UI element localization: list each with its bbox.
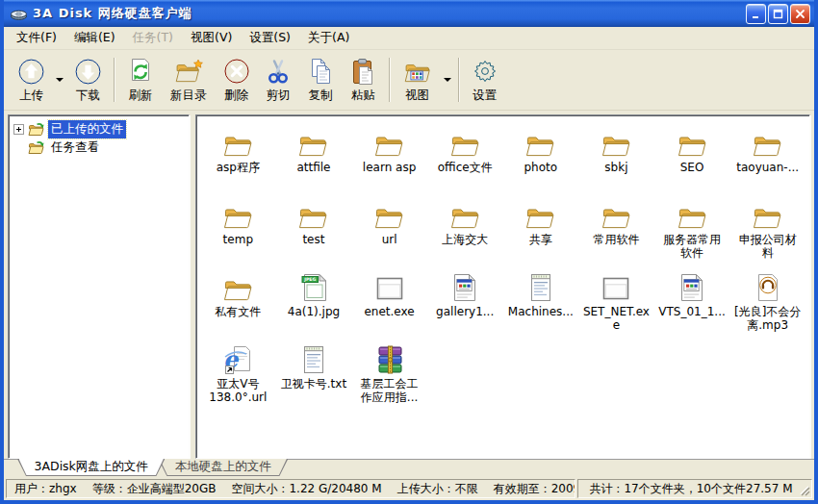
- file-item[interactable]: e 亚太V号 138.0°.url: [200, 340, 276, 412]
- upload-button[interactable]: 上传: [10, 54, 53, 107]
- download-button[interactable]: 下载: [66, 54, 110, 107]
- toolbar-icon: [128, 57, 153, 87]
- cut-button[interactable]: 剪切: [258, 54, 299, 107]
- menu-edit[interactable]: 编辑(E): [65, 27, 124, 49]
- file-item[interactable]: 上海交大: [427, 195, 503, 267]
- file-item[interactable]: 基层工会工作应用指...: [351, 340, 427, 412]
- titlebar[interactable]: 3A Disk 网络硬盘客户端: [4, 0, 814, 27]
- toolbar-icon: [75, 57, 101, 87]
- dropdown-caret-icon[interactable]: [444, 78, 451, 82]
- settings-button[interactable]: 设置: [464, 54, 506, 107]
- toolbar: 上传 下载 刷新 新目录: [4, 50, 814, 111]
- refresh-button[interactable]: 刷新: [119, 54, 162, 107]
- file-item[interactable]: gallery1...: [427, 267, 503, 340]
- file-list-panel[interactable]: asp程序 attfile learn asp office文件 photo: [195, 114, 810, 459]
- file-icon: [297, 123, 329, 159]
- file-item[interactable]: 申报公司材料: [729, 195, 805, 267]
- file-item[interactable]: VTS_01_1...: [654, 267, 730, 340]
- paste-button[interactable]: 粘贴: [343, 54, 385, 107]
- file-item[interactable]: 服务器常用软件: [654, 195, 730, 267]
- tree-item-task-view[interactable]: 任务查看: [11, 139, 187, 157]
- file-item[interactable]: test: [276, 195, 352, 267]
- file-item[interactable]: SET_NET.exe: [578, 267, 654, 340]
- file-item[interactable]: 常用软件: [578, 195, 654, 267]
- file-item[interactable]: attfile: [276, 123, 352, 195]
- file-item[interactable]: photo: [503, 123, 579, 195]
- status-total: 共计：17个文件夹，10个文件27.57 M: [589, 481, 792, 497]
- file-item[interactable]: sbkj: [578, 123, 654, 195]
- file-name: 亚太V号 138.0°.url: [204, 378, 271, 405]
- file-name: 共享: [529, 234, 552, 247]
- toolbar-group: 刷新: [119, 54, 162, 107]
- close-button[interactable]: [790, 4, 810, 24]
- file-name: learn asp: [363, 162, 416, 175]
- file-item[interactable]: temp: [200, 195, 276, 267]
- file-name: photo: [524, 162, 558, 175]
- file-item[interactable]: [光良]不会分离.mp3: [729, 267, 805, 340]
- file-name: VTS_01_1...: [658, 306, 726, 319]
- file-item[interactable]: JPEG 4a(1).jpg: [276, 267, 352, 340]
- status-space: 空间大小：1.22 G/20480 M: [231, 481, 381, 497]
- delete-button[interactable]: 删除: [216, 54, 258, 107]
- status-level: 等级：企业高端型20GB: [92, 481, 217, 497]
- file-name: gallery1...: [436, 306, 494, 319]
- file-icon: [374, 267, 405, 303]
- menu-task[interactable]: 任务(T): [124, 27, 182, 49]
- file-item[interactable]: Machines...: [503, 267, 579, 340]
- file-item[interactable]: taoyuan-...: [729, 123, 805, 195]
- toolbar-separator: [458, 58, 460, 102]
- file-item[interactable]: 卫视卡号.txt: [276, 340, 352, 412]
- file-icon: [601, 267, 631, 303]
- file-icon: [301, 340, 326, 375]
- file-item[interactable]: url: [351, 195, 427, 267]
- file-icon: [677, 195, 708, 231]
- maximize-button[interactable]: [768, 4, 788, 24]
- file-item[interactable]: learn asp: [351, 123, 427, 195]
- resize-grip[interactable]: [798, 484, 810, 496]
- tab-label: 本地硬盘上的文件: [160, 459, 287, 475]
- toolbar-separator: [114, 58, 115, 102]
- file-icon: e: [223, 340, 253, 375]
- file-name: test: [302, 234, 324, 247]
- file-icon: [601, 123, 632, 159]
- status-total-field: 共计：17个文件夹，10个文件27.57 M: [577, 479, 812, 498]
- menu-bar: 文件(F)编辑(E)任务(T)视图(V)设置(S)关于(A): [4, 27, 814, 50]
- file-icon: [375, 340, 404, 375]
- menu-file[interactable]: 文件(F): [8, 27, 65, 49]
- file-icon: [297, 195, 329, 231]
- tab-local-files[interactable]: 本地硬盘上的文件: [158, 459, 288, 476]
- tree-expand-icon[interactable]: [13, 124, 24, 135]
- file-name: 卫视卡号.txt: [281, 378, 346, 391]
- file-item[interactable]: 共享: [503, 195, 579, 267]
- folder-upload-icon: [28, 122, 45, 138]
- file-name: temp: [223, 234, 253, 247]
- menu-settings[interactable]: 设置(S): [241, 27, 299, 49]
- file-name: enet.exe: [364, 306, 414, 319]
- toolbar-icon: [224, 57, 249, 87]
- file-name: 基层工会工作应用指...: [356, 378, 423, 405]
- toolbar-button-label: 上传: [19, 88, 43, 104]
- file-icon: [678, 267, 705, 303]
- file-item[interactable]: 私有文件: [200, 267, 276, 340]
- minimize-button[interactable]: [746, 4, 766, 24]
- svg-text:JPEG: JPEG: [303, 277, 316, 282]
- tree-item-uploaded-files[interactable]: 已上传的文件: [11, 120, 187, 139]
- toolbar-icon: [473, 57, 498, 87]
- file-item[interactable]: office文件: [427, 123, 503, 195]
- file-item[interactable]: enet.exe: [351, 267, 427, 340]
- file-item[interactable]: asp程序: [200, 123, 276, 195]
- copy-button[interactable]: 复制: [299, 54, 343, 107]
- tab-netdisk-files[interactable]: 3ADisk网盘上的文件: [17, 459, 165, 476]
- dropdown-caret-icon[interactable]: [56, 78, 64, 82]
- menu-view[interactable]: 视图(V): [182, 27, 241, 49]
- folder-tree-panel[interactable]: 已上传的文件 任务查看: [8, 114, 190, 459]
- toolbar-button-label: 剪切: [267, 88, 291, 104]
- file-name: 申报公司材料: [734, 234, 802, 261]
- file-icon: [451, 267, 478, 303]
- file-item[interactable]: SEO: [654, 123, 730, 195]
- file-icon: [677, 123, 708, 159]
- new-folder-button[interactable]: 新目录: [162, 54, 216, 107]
- toolbar-button-label: 新目录: [170, 88, 207, 104]
- view-button[interactable]: 视图: [395, 54, 441, 107]
- menu-about[interactable]: 关于(A): [299, 27, 358, 49]
